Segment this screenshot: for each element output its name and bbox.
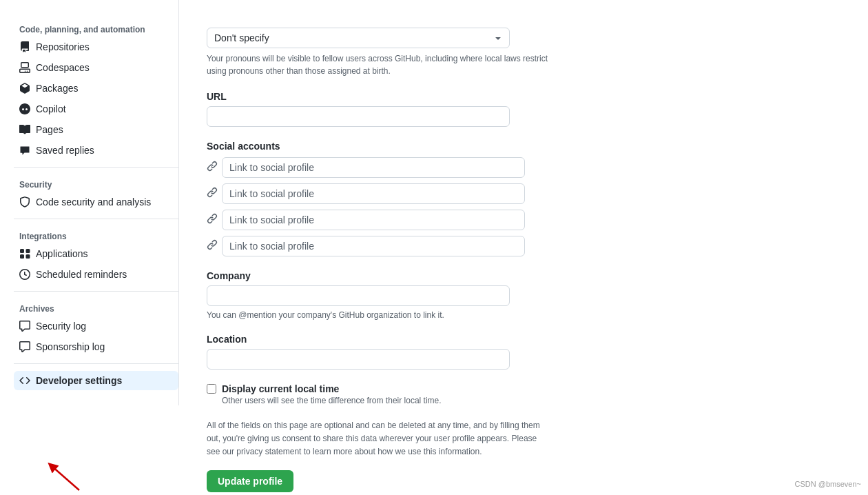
social-input-1[interactable] — [222, 157, 525, 178]
location-section: Location — [207, 334, 840, 370]
divider-1 — [14, 167, 178, 168]
sidebar-item-label-sponsorship-log: Sponsorship log — [36, 341, 105, 352]
sidebar-section-security: Security — [14, 174, 178, 192]
clock-icon — [19, 269, 30, 280]
url-input[interactable] — [207, 106, 510, 127]
location-input[interactable] — [207, 349, 510, 370]
red-arrow-annotation — [41, 445, 96, 494]
display-time-row: Display current local time — [207, 383, 840, 394]
sidebar-item-codespaces[interactable]: Codespaces — [14, 58, 178, 77]
company-note: You can @mention your company's GitHub o… — [207, 310, 551, 320]
sidebar-item-label-developer-settings: Developer settings — [36, 375, 122, 386]
social-account-row-1 — [207, 157, 840, 178]
sponsorship-log-icon — [19, 341, 30, 352]
sidebar-item-label-pages: Pages — [36, 124, 63, 135]
social-input-2[interactable] — [222, 183, 525, 204]
pronouns-section: Don't specify they/them she/her he/him Y… — [207, 28, 840, 77]
sidebar-item-label-saved-replies: Saved replies — [36, 145, 94, 156]
sidebar-item-sponsorship-log[interactable]: Sponsorship log — [14, 337, 178, 356]
url-label: URL — [207, 91, 840, 102]
sidebar-section-archives: Archives — [14, 299, 178, 316]
sidebar-item-label-repositories: Repositories — [36, 41, 90, 52]
sidebar-item-security-log[interactable]: Security log — [14, 316, 178, 336]
reply-icon — [19, 145, 30, 156]
copilot-icon — [19, 103, 30, 114]
apps-icon — [19, 248, 30, 259]
sidebar-item-applications[interactable]: Applications — [14, 244, 178, 263]
social-accounts-section: Social accounts — [207, 141, 840, 256]
bottom-note: All of the fields on this page are optio… — [207, 419, 551, 459]
pages-icon — [19, 124, 30, 135]
display-time-label: Display current local time — [222, 383, 339, 394]
social-input-4[interactable] — [222, 236, 525, 256]
location-label: Location — [207, 334, 840, 345]
security-log-icon — [19, 321, 30, 332]
url-section: URL — [207, 91, 840, 127]
svg-line-1 — [52, 466, 79, 490]
watermark: CSDN @bmseven~ — [795, 480, 861, 488]
codespaces-icon — [19, 62, 30, 73]
pronouns-select[interactable]: Don't specify they/them she/her he/him — [207, 28, 510, 48]
sidebar-item-label-copilot: Copilot — [36, 103, 66, 114]
sidebar-item-repositories[interactable]: Repositories — [14, 37, 178, 57]
sidebar-item-label-packages: Packages — [36, 83, 78, 94]
display-time-checkbox[interactable] — [207, 384, 216, 394]
divider-4 — [14, 363, 178, 364]
link-icon-4 — [207, 239, 218, 253]
display-time-note: Other users will see the time difference… — [222, 396, 840, 405]
social-input-3[interactable] — [222, 210, 525, 230]
sidebar-item-code-security[interactable]: Code security and analysis — [14, 192, 178, 212]
sidebar-item-label-scheduled-reminders: Scheduled reminders — [36, 269, 127, 280]
pronouns-note: Your pronouns will be visible to fellow … — [207, 52, 551, 77]
packages-icon — [19, 83, 30, 94]
sidebar-item-label-code-security: Code security and analysis — [36, 196, 151, 208]
repo-icon — [19, 41, 30, 52]
sidebar-item-saved-replies[interactable]: Saved replies — [14, 141, 178, 160]
code-icon — [19, 375, 30, 386]
social-account-row-2 — [207, 183, 840, 204]
link-icon-3 — [207, 213, 218, 227]
social-account-row-4 — [207, 236, 840, 256]
sidebar-item-label-codespaces: Codespaces — [36, 62, 90, 73]
display-time-section: Display current local time Other users w… — [207, 383, 840, 405]
sidebar-section-integrations: Integrations — [14, 226, 178, 244]
link-icon-1 — [207, 161, 218, 174]
main-content: Don't specify they/them she/her he/him Y… — [179, 0, 868, 495]
social-account-row-3 — [207, 210, 840, 230]
shield-icon — [19, 196, 30, 208]
divider-2 — [14, 219, 178, 219]
divider-3 — [14, 291, 178, 292]
link-icon-2 — [207, 187, 218, 201]
update-profile-button[interactable]: Update profile — [207, 470, 293, 492]
sidebar-item-label-security-log: Security log — [36, 321, 86, 332]
sidebar: Code, planning, and automation Repositor… — [0, 0, 179, 405]
company-section: Company You can @mention your company's … — [207, 270, 840, 320]
company-input[interactable] — [207, 285, 510, 306]
sidebar-section-code: Code, planning, and automation — [14, 19, 178, 37]
sidebar-item-developer-settings[interactable]: Developer settings — [14, 371, 178, 390]
company-label: Company — [207, 270, 840, 281]
sidebar-item-packages[interactable]: Packages — [14, 79, 178, 98]
sidebar-item-copilot[interactable]: Copilot — [14, 99, 178, 119]
sidebar-item-label-applications: Applications — [36, 248, 88, 259]
social-accounts-label: Social accounts — [207, 141, 840, 152]
sidebar-item-pages[interactable]: Pages — [14, 120, 178, 139]
sidebar-item-scheduled-reminders[interactable]: Scheduled reminders — [14, 265, 178, 284]
